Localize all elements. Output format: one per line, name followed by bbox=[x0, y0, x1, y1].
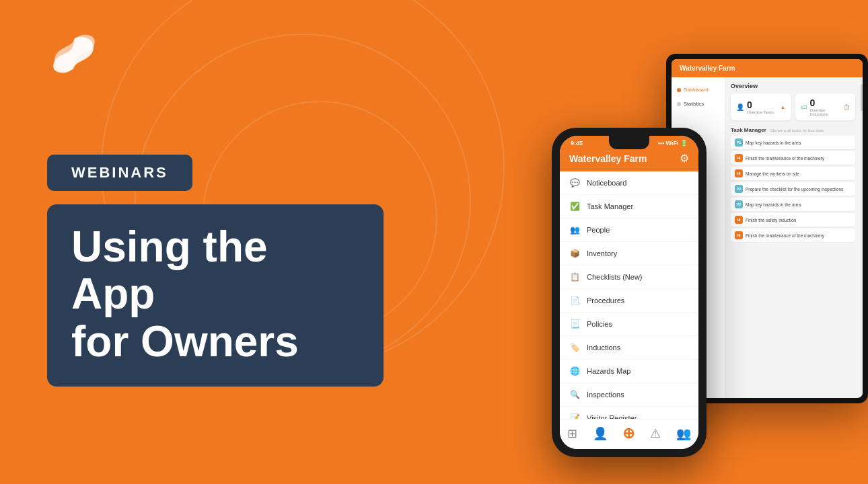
phone-bottom-nav: ⊞ 👤 ⊕ ⚠ 👥 bbox=[560, 419, 698, 449]
menu-item-inspections[interactable]: 🔍 Inspections bbox=[560, 383, 698, 407]
task-item-2[interactable]: HI Finish the maintenance of the machine… bbox=[731, 151, 855, 165]
overview-title: Overview bbox=[731, 83, 855, 89]
title-line1: Using the App bbox=[71, 223, 268, 318]
task-badge-7: HI bbox=[735, 231, 743, 239]
phone-notch bbox=[609, 136, 649, 149]
task-badge-4: P2 bbox=[735, 185, 743, 193]
phone-screen: 9:45 ▪▪▪ WiFi 🔋 Watervalley Farm ⚙ 💬 Not… bbox=[560, 136, 698, 449]
left-content-area: WEBINARS Using the App for Owners bbox=[47, 155, 384, 387]
task-badge-1: P2 bbox=[735, 138, 743, 147]
task-label-5: Map key hazards in the area bbox=[746, 202, 801, 207]
menu-item-task-manager[interactable]: ✅ Task Manager bbox=[560, 195, 698, 218]
task-label-4: Prepare the checklist for the upcoming i… bbox=[746, 187, 843, 192]
overdue-inductions-card: 🏷 0 Overdue Inductions 📋 bbox=[795, 93, 856, 120]
policies-icon: 📃 bbox=[569, 319, 580, 329]
noticeboard-icon: 💬 bbox=[569, 177, 580, 188]
task-badge-6: HI bbox=[735, 216, 743, 224]
menu-label-procedures: Procedures bbox=[587, 296, 624, 305]
menu-label-task-manager: Task Manager bbox=[587, 202, 633, 210]
menu-label-visitor-register: Visitor Register bbox=[587, 414, 637, 419]
bottom-nav-team[interactable]: 👥 bbox=[676, 426, 691, 441]
tasks-card-info: 0 Overdue Tasks bbox=[747, 99, 778, 114]
task-item-5[interactable]: P2 Map key hazards in the area bbox=[731, 198, 855, 211]
task-label-2: Finish the maintenance of the machinery bbox=[746, 156, 824, 161]
logo-area bbox=[47, 27, 101, 83]
inventory-icon: 📦 bbox=[569, 248, 580, 259]
task-item-3[interactable]: HI Manage the workers on site bbox=[731, 167, 855, 180]
menu-item-inventory[interactable]: 📦 Inventory bbox=[560, 242, 698, 266]
procedures-icon: 📄 bbox=[569, 295, 580, 306]
checklists-icon: 📋 bbox=[569, 272, 580, 282]
tablet-header-title: Watervalley Farm bbox=[680, 65, 855, 72]
task-label-1: Map key hazards in the area bbox=[746, 140, 801, 145]
task-badge-2: HI bbox=[735, 154, 743, 162]
overview-cards: 👤 0 Overdue Tasks ▲ 🏷 0 bbox=[731, 93, 855, 120]
phone-menu: 💬 Noticeboard ✅ Task Manager 👥 People 📦 … bbox=[560, 171, 698, 419]
phone-header-title: Watervalley Farm bbox=[569, 153, 647, 164]
menu-label-people: People bbox=[587, 226, 610, 234]
menu-label-inventory: Inventory bbox=[587, 249, 617, 257]
settings-icon[interactable]: ⚙ bbox=[680, 152, 689, 165]
menu-label-inductions: Inductions bbox=[587, 344, 620, 352]
tablet-scrollbar[interactable] bbox=[861, 77, 863, 398]
menu-item-people[interactable]: 👥 People bbox=[560, 218, 698, 242]
brand-logo bbox=[47, 27, 101, 81]
menu-item-noticeboard[interactable]: 💬 Noticeboard bbox=[560, 171, 698, 195]
inductions-label: Overdue Inductions bbox=[810, 108, 841, 116]
task-section-title: Task Manager bbox=[731, 127, 766, 133]
sidebar-label-statistics: Statistics bbox=[684, 101, 704, 107]
bottom-nav-people[interactable]: 👤 bbox=[593, 426, 608, 441]
menu-label-noticeboard: Noticeboard bbox=[587, 179, 626, 187]
task-label-6: Finish the safety induction bbox=[746, 218, 796, 223]
phone-mockup: 9:45 ▪▪▪ WiFi 🔋 Watervalley Farm ⚙ 💬 Not… bbox=[552, 128, 707, 457]
menu-item-inductions[interactable]: 🏷️ Inductions bbox=[560, 336, 698, 360]
bottom-nav-add[interactable]: ⊕ bbox=[622, 425, 635, 442]
task-item-7[interactable]: HI Finish the maintenance of the machine… bbox=[731, 229, 855, 242]
title-line2: for Owners bbox=[71, 317, 299, 366]
inductions-card-info: 0 Overdue Inductions bbox=[810, 97, 841, 116]
phone-time: 9:45 bbox=[571, 140, 583, 147]
tasks-label: Overdue Tasks bbox=[747, 110, 778, 114]
menu-item-procedures[interactable]: 📄 Procedures bbox=[560, 289, 698, 313]
tablet-sidebar-item-dashboard[interactable]: Dashboard bbox=[672, 83, 725, 97]
menu-item-policies[interactable]: 📃 Policies bbox=[560, 313, 698, 336]
task-item-1[interactable]: P2 Map key hazards in the area bbox=[731, 136, 855, 149]
dashboard-dot bbox=[677, 88, 681, 92]
task-label-3: Manage the workers on site bbox=[746, 171, 799, 176]
tablet-main-content: Overview 👤 0 Overdue Tasks ▲ bbox=[725, 77, 861, 398]
task-badge-5: P2 bbox=[735, 200, 743, 208]
scrollbar-thumb bbox=[861, 84, 863, 111]
task-item-4[interactable]: P2 Prepare the checklist for the upcomin… bbox=[731, 182, 855, 196]
phone-header: Watervalley Farm ⚙ bbox=[560, 148, 698, 171]
tasks-count: 0 bbox=[747, 99, 778, 110]
phone-outer-frame: 9:45 ▪▪▪ WiFi 🔋 Watervalley Farm ⚙ 💬 Not… bbox=[552, 128, 707, 457]
statistics-dot bbox=[677, 102, 681, 106]
visitor-register-icon: 📝 bbox=[569, 413, 580, 419]
inductions-icon: 🏷️ bbox=[569, 342, 580, 353]
menu-label-checklists: Checklists (New) bbox=[587, 273, 643, 281]
tasks-card-icon: 👤 bbox=[736, 104, 744, 111]
inspections-icon: 🔍 bbox=[569, 389, 580, 400]
menu-label-inspections: Inspections bbox=[587, 391, 624, 399]
task-badge-3: HI bbox=[735, 169, 743, 177]
menu-item-hazards-map[interactable]: 🌐 Hazards Map bbox=[560, 360, 698, 383]
task-section-subtitle: Showing all tasks by due date bbox=[770, 128, 824, 132]
task-section-header: Task Manager Showing all tasks by due da… bbox=[731, 127, 855, 133]
bottom-nav-warnings[interactable]: ⚠ bbox=[650, 426, 661, 441]
tasks-alert-icon: ▲ bbox=[781, 104, 786, 110]
menu-label-hazards-map: Hazards Map bbox=[587, 367, 630, 375]
task-item-6[interactable]: HI Finish the safety induction bbox=[731, 213, 855, 227]
main-title: Using the App for Owners bbox=[47, 204, 384, 387]
tablet-header: Watervalley Farm bbox=[672, 59, 863, 77]
menu-item-checklists[interactable]: 📋 Checklists (New) bbox=[560, 266, 698, 289]
overdue-tasks-card: 👤 0 Overdue Tasks ▲ bbox=[731, 93, 791, 120]
people-icon: 👥 bbox=[569, 225, 580, 235]
inductions-card-icon: 🏷 bbox=[801, 104, 807, 111]
bottom-nav-home[interactable]: ⊞ bbox=[567, 426, 577, 441]
tablet-sidebar-item-statistics[interactable]: Statistics bbox=[672, 97, 725, 111]
menu-item-visitor-register[interactable]: 📝 Visitor Register bbox=[560, 407, 698, 419]
sidebar-label-dashboard: Dashboard bbox=[684, 87, 709, 93]
phone-signal: ▪▪▪ WiFi 🔋 bbox=[658, 140, 688, 147]
inductions-alert-icon: 📋 bbox=[843, 104, 850, 110]
menu-label-policies: Policies bbox=[587, 320, 612, 328]
